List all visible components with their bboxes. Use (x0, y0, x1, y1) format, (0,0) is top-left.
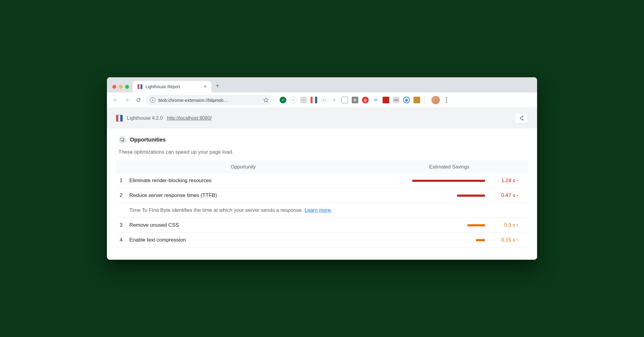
extension-icon[interactable] (413, 97, 420, 103)
browser-toolbar: i blob:chrome-extension://blipmdc… ✓ ☺ •… (107, 92, 537, 108)
extension-icon[interactable]: { } (321, 97, 327, 103)
forward-button[interactable] (123, 96, 131, 104)
learn-more-link[interactable]: Learn more (304, 207, 331, 213)
lighthouse-favicon-icon (138, 84, 142, 89)
close-tab-button[interactable]: × (204, 84, 207, 89)
opportunities-list: 1Eliminate render-blocking resources1.24… (116, 173, 528, 248)
savings-bar (457, 195, 485, 197)
section-subtitle: These optimizations can speed up your pa… (116, 149, 528, 155)
opportunity-row[interactable]: 3Remove unused CSS0.3 s (116, 218, 528, 233)
expand-toggle[interactable] (515, 179, 524, 183)
share-icon (519, 115, 524, 121)
reload-button[interactable] (134, 96, 143, 104)
profile-avatar[interactable] (431, 96, 440, 104)
arrow-left-icon (113, 97, 118, 103)
savings-bar-container (406, 224, 491, 226)
minimize-window-button[interactable] (119, 85, 123, 89)
arrow-right-icon (124, 97, 130, 103)
extension-icon[interactable]: ⚛ (331, 97, 338, 103)
opportunity-number: 3 (120, 222, 129, 228)
window-controls (112, 85, 133, 92)
opportunity-label: Enable text compression (129, 237, 406, 243)
savings-bar-container (406, 195, 491, 197)
column-header-opportunity: Opportunity (116, 164, 370, 170)
url-text: blob:chrome-extension://blipmdc… (158, 98, 228, 103)
extension-icon[interactable]: ☺ (290, 97, 297, 103)
extension-icon[interactable]: CRX (393, 97, 400, 103)
extension-icon[interactable]: ••• (300, 97, 307, 103)
extension-icon[interactable]: ◉ (403, 97, 410, 103)
extension-icon[interactable]: ◎ (362, 97, 369, 103)
opportunity-row[interactable]: 1Eliminate render-blocking resources1.24… (116, 173, 528, 188)
lighthouse-logo-icon (116, 115, 123, 122)
product-version: Lighthouse 4.2.0 (127, 115, 163, 121)
estimated-savings-value: 0.15 s (491, 237, 515, 243)
estimated-savings-value: 0.47 s (491, 192, 515, 199)
site-info-icon[interactable]: i (150, 97, 155, 103)
opportunity-row[interactable]: 4Enable text compression0.15 s (116, 233, 528, 248)
extension-icon[interactable]: B (352, 97, 358, 103)
opportunity-detail: Time To First Byte identifies the time a… (116, 203, 528, 218)
star-icon (263, 97, 269, 103)
address-bar[interactable]: i blob:chrome-extension://blipmdc… (146, 95, 273, 105)
opportunity-label: Eliminate render-blocking resources (129, 178, 406, 184)
lighthouse-extension-icon[interactable] (310, 97, 317, 103)
estimated-savings-value: 1.24 s (491, 178, 515, 184)
savings-bar (412, 180, 485, 182)
opportunity-number: 1 (120, 178, 129, 184)
bookmark-button[interactable] (263, 97, 269, 103)
report-header: Lighthouse 4.2.0 http://localhost:8080/ (107, 108, 537, 128)
share-button[interactable] (515, 113, 528, 124)
table-header-row: Opportunity Estimated Savings (116, 161, 528, 173)
new-tab-button[interactable]: + (211, 79, 224, 92)
close-window-button[interactable] (112, 85, 116, 89)
tested-url-link[interactable]: http://localhost:8080/ (167, 115, 212, 121)
extension-icons: ✓ ☺ ••• { } ⚛ B ◎ 🛡 CRX ◉ (280, 97, 420, 103)
extension-icon[interactable]: ✓ (280, 97, 286, 103)
expand-toggle[interactable] (515, 193, 524, 198)
maximize-window-button[interactable] (125, 85, 129, 89)
browser-tab[interactable]: Lighthouse Report × (133, 81, 211, 92)
opportunity-number: 2 (120, 192, 129, 199)
section-title: Opportunities (130, 137, 166, 143)
expand-toggle[interactable] (515, 238, 524, 242)
opportunity-label: Reduce server response times (TTFB) (129, 192, 406, 199)
report-content: Opportunities These optimizations can sp… (107, 128, 537, 260)
browser-window: Lighthouse Report × + i blob:chrome-exte… (107, 77, 537, 260)
opportunity-number: 4 (120, 237, 129, 243)
browser-menu-button[interactable] (443, 97, 450, 103)
opportunities-icon (118, 136, 126, 144)
savings-bar-container (406, 239, 491, 241)
back-button[interactable] (111, 96, 120, 104)
extension-icon[interactable] (341, 97, 348, 103)
savings-bar-container (406, 180, 491, 182)
estimated-savings-value: 0.3 s (491, 222, 515, 228)
tab-bar: Lighthouse Report × + (107, 77, 537, 92)
section-header: Opportunities (116, 136, 528, 144)
column-header-savings: Estimated Savings (370, 164, 528, 170)
extension-icon[interactable]: 🛡 (372, 97, 379, 103)
reload-icon (136, 97, 141, 103)
extension-icon[interactable] (383, 97, 389, 103)
savings-bar (467, 224, 485, 226)
expand-toggle[interactable] (515, 223, 524, 227)
opportunity-row[interactable]: 2Reduce server response times (TTFB)0.47… (116, 188, 528, 203)
divider (424, 96, 425, 104)
savings-bar (476, 239, 485, 241)
tab-title: Lighthouse Report (145, 84, 180, 89)
detail-text: Time To First Byte identifies the time a… (129, 207, 304, 213)
opportunity-label: Remove unused CSS (129, 222, 406, 228)
